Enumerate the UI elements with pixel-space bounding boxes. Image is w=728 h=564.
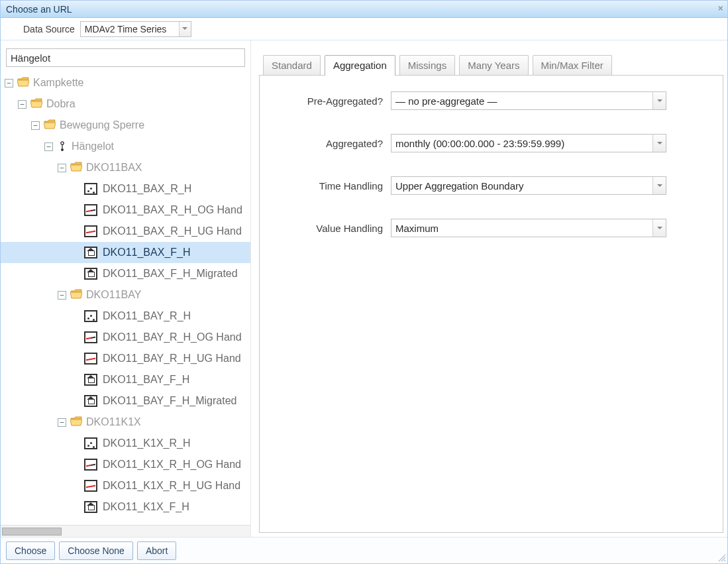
- time-handling-value: Upper Aggregation Boundary: [391, 180, 538, 192]
- tree-item-label: DKO11_BAY_R_H_OG Hand: [103, 331, 242, 343]
- expand-toggle-icon[interactable]: −: [58, 291, 66, 300]
- value-handling-combo[interactable]: Maximum: [391, 219, 666, 237]
- folder-icon: [70, 162, 86, 174]
- tree-item-label: DKO11_BAY_F_H: [103, 374, 189, 386]
- expand-toggle-icon[interactable]: −: [44, 142, 53, 151]
- data-source-value: MDAv2 Time Series: [81, 24, 181, 34]
- tree-item-label: DKO11BAX: [86, 162, 142, 174]
- tree-item-label: Hängelot: [72, 141, 114, 152]
- tree-leaf[interactable]: DKO11_BAX_R_H_UG Hand: [1, 221, 250, 242]
- timeseries-icon: [84, 204, 97, 216]
- tree-item-label: DKO11_K1X_F_H: [103, 501, 189, 513]
- tree-folder[interactable]: −Bewegung Sperre: [1, 115, 250, 136]
- data-source-row: Data Source MDAv2 Time Series: [1, 18, 727, 40]
- tree-folder[interactable]: −DKO11BAX: [1, 157, 250, 178]
- left-pane: −Kampkette−Dobra−Bewegung Sperre−Hängelo…: [1, 40, 251, 537]
- abort-button[interactable]: Abort: [137, 541, 176, 560]
- timeseries-icon: [84, 459, 97, 471]
- timeseries-icon: [84, 501, 97, 513]
- tree-leaf[interactable]: DKO11_K1X_R_H: [1, 433, 250, 454]
- choose-button[interactable]: Choose: [6, 541, 55, 560]
- data-source-label: Data Source: [23, 24, 75, 34]
- timeseries-icon: [84, 310, 97, 322]
- tree-folder[interactable]: −DKO11K1X: [1, 412, 250, 433]
- aggregated-value: monthly (00:00:00.000 - 23:59:59.999): [391, 138, 579, 149]
- tree-leaf[interactable]: DKO11_BAX_R_H_OG Hand: [1, 199, 250, 221]
- search-input[interactable]: [6, 48, 245, 67]
- expand-toggle-icon[interactable]: −: [58, 164, 66, 172]
- timeseries-icon: [84, 331, 97, 343]
- tree-leaf[interactable]: DKO11_K1X_F_H: [1, 496, 250, 518]
- tree-node[interactable]: −Hängelot: [1, 136, 250, 157]
- tree-leaf[interactable]: DKO11_BAY_F_H: [1, 369, 250, 390]
- tree-scroll[interactable]: −Kampkette−Dobra−Bewegung Sperre−Hängelo…: [1, 72, 250, 525]
- expand-toggle-icon[interactable]: −: [5, 79, 13, 87]
- tab-min-max-filter[interactable]: Min/Max Filter: [533, 55, 612, 75]
- tree-item-label: Dobra: [46, 98, 76, 110]
- tab-many-years[interactable]: Many Years: [459, 55, 528, 75]
- timeseries-icon: [84, 247, 97, 258]
- folder-icon: [17, 77, 33, 89]
- timeseries-icon: [84, 225, 97, 237]
- tree-item-label: DKO11_BAY_R_H_UG Hand: [103, 353, 241, 365]
- svg-line-5: [724, 560, 725, 561]
- scrollbar-thumb[interactable]: [2, 528, 62, 536]
- choose-none-button[interactable]: Choose None: [59, 541, 133, 560]
- value-handling-label: Value Handling: [276, 223, 391, 234]
- expand-toggle-icon[interactable]: −: [18, 100, 26, 109]
- tree-item-label: DKO11BAY: [86, 289, 141, 301]
- timeseries-icon: [84, 353, 97, 365]
- choose-url-dialog: Choose an URL × Data Source MDAv2 Time S…: [0, 0, 728, 564]
- tree-item-label: DKO11K1X: [86, 416, 141, 428]
- expand-toggle-icon[interactable]: −: [31, 121, 40, 130]
- time-handling-label: Time Handling: [276, 180, 391, 192]
- tree-leaf[interactable]: DKO11_BAX_R_H: [1, 178, 250, 199]
- horizontal-scrollbar[interactable]: [1, 525, 250, 537]
- pre-aggregated-label: Pre-Aggregated?: [276, 95, 391, 107]
- close-icon[interactable]: ×: [718, 3, 723, 13]
- pendulum-icon: [57, 141, 68, 152]
- tab-missings[interactable]: Missings: [399, 55, 455, 75]
- tree-item-label: DKO11_BAX_R_H_OG Hand: [103, 204, 242, 216]
- folder-icon: [30, 98, 46, 110]
- tab-standard[interactable]: Standard: [263, 55, 321, 75]
- tree-item-label: DKO11_BAX_R_H_UG Hand: [103, 225, 242, 237]
- pre-aggregated-combo[interactable]: — no pre-aggregate —: [391, 91, 666, 110]
- tree-item-label: DKO11_BAX_F_H: [103, 247, 191, 258]
- timeseries-icon: [84, 395, 97, 407]
- timeseries-icon: [84, 480, 97, 492]
- tree-item-label: DKO11_K1X_R_H: [103, 437, 191, 449]
- tree-leaf[interactable]: DKO11_BAY_R_H_OG Hand: [1, 327, 250, 348]
- tree-leaf[interactable]: DKO11_BAY_F_H_Migrated: [1, 390, 250, 412]
- chevron-down-icon[interactable]: [652, 135, 666, 152]
- tab-aggregation[interactable]: Aggregation: [325, 55, 395, 76]
- tab-strip: StandardAggregationMissingsMany YearsMin…: [259, 54, 723, 75]
- timeseries-icon: [84, 437, 97, 449]
- tree-leaf[interactable]: DKO11_K1X_R_H_OG Hand: [1, 454, 250, 475]
- right-pane: StandardAggregationMissingsMany YearsMin…: [251, 40, 727, 537]
- title-bar[interactable]: Choose an URL ×: [1, 1, 727, 18]
- tree-folder[interactable]: −DKO11BAY: [1, 284, 250, 306]
- tree-leaf[interactable]: DKO11_K1X_R_H_UG Hand: [1, 475, 250, 496]
- data-source-combo[interactable]: MDAv2 Time Series: [80, 21, 191, 37]
- tree-leaf[interactable]: DKO11_BAY_R_H: [1, 306, 250, 327]
- tree-folder[interactable]: −Kampkette: [1, 72, 250, 93]
- expand-toggle-icon[interactable]: −: [58, 418, 66, 427]
- tree-folder[interactable]: −Dobra: [1, 93, 250, 115]
- chevron-down-icon[interactable]: [652, 92, 666, 109]
- svg-point-2: [61, 148, 64, 151]
- folder-icon: [70, 416, 86, 428]
- tree-leaf[interactable]: DKO11_BAX_F_H: [1, 242, 250, 263]
- resize-grip-icon[interactable]: [717, 553, 726, 562]
- timeseries-icon: [84, 183, 97, 195]
- aggregated-combo[interactable]: monthly (00:00:00.000 - 23:59:59.999): [391, 134, 666, 152]
- aggregated-label: Aggregated?: [276, 138, 391, 149]
- chevron-down-icon[interactable]: [652, 219, 666, 237]
- tree-item-label: Kampkette: [33, 77, 83, 89]
- svg-point-0: [61, 142, 64, 144]
- tree-leaf[interactable]: DKO11_BAX_F_H_Migrated: [1, 263, 250, 284]
- tree-leaf[interactable]: DKO11_BAY_R_H_UG Hand: [1, 348, 250, 369]
- chevron-down-icon[interactable]: [179, 22, 191, 36]
- chevron-down-icon[interactable]: [652, 177, 666, 194]
- time-handling-combo[interactable]: Upper Aggregation Boundary: [391, 176, 666, 195]
